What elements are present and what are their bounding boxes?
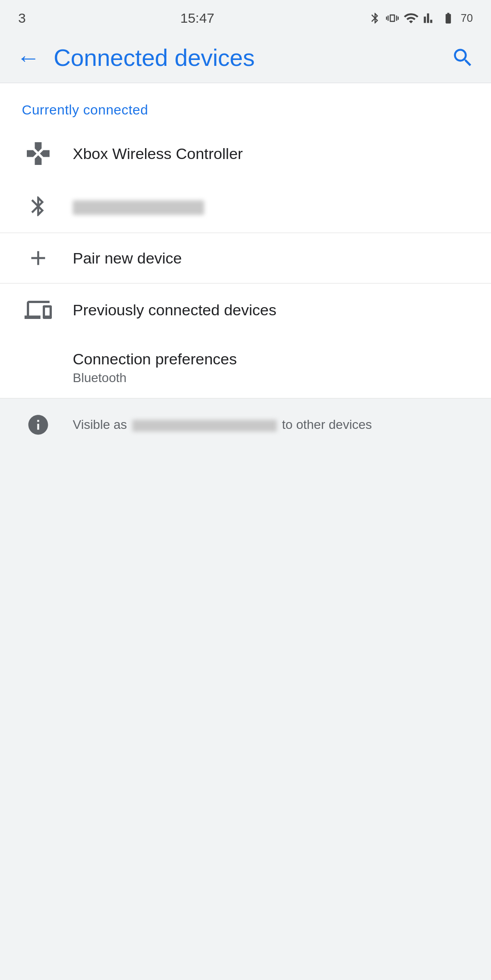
currently-connected-title: Currently connected <box>22 102 148 117</box>
xbox-controller-label: Xbox Wireless Controller <box>73 144 469 164</box>
plus-icon-container <box>22 246 55 270</box>
previously-connected-item[interactable]: Previously connected devices <box>0 284 491 336</box>
app-bar-left: ← Connected devices <box>16 44 255 71</box>
bluetooth-status-icon <box>369 10 381 26</box>
app-bar: ← Connected devices <box>0 33 491 83</box>
bluetooth-icon-container <box>22 193 55 220</box>
battery-status-icon <box>441 12 456 25</box>
pair-new-device-item[interactable]: Pair new device <box>0 233 491 283</box>
previously-connected-text: Previously connected devices <box>73 300 469 320</box>
previously-connected-label: Previously connected devices <box>73 300 469 320</box>
battery-percent: 70 <box>461 12 473 25</box>
connection-preferences-item[interactable]: Connection preferences Bluetooth <box>0 336 491 398</box>
search-button[interactable] <box>451 46 475 70</box>
vibrate-status-icon <box>386 10 399 26</box>
connection-preferences-sublabel: Bluetooth <box>73 371 469 385</box>
info-icon <box>26 413 50 437</box>
signal-status-icon <box>423 10 436 26</box>
info-icon-container <box>22 413 55 437</box>
visible-as-suffix: to other devices <box>279 418 372 432</box>
status-icons: 70 <box>369 10 473 26</box>
devices-icon-container <box>22 296 55 323</box>
connection-preferences-text: Connection preferences Bluetooth <box>73 349 469 385</box>
main-content: Currently connected Xbox Wireless Contro… <box>0 83 491 451</box>
wifi-status-icon <box>403 10 419 26</box>
pair-new-device-label: Pair new device <box>73 248 469 268</box>
device-name-blurred: ████████████████ <box>132 420 276 432</box>
status-bar: 3 15:47 70 <box>0 0 491 33</box>
visible-as-row: Visible as ████████████████ to other dev… <box>0 398 491 451</box>
search-icon <box>451 46 475 70</box>
pair-new-device-text: Pair new device <box>73 248 469 268</box>
gamepad-icon-container <box>22 140 55 167</box>
gamepad-icon <box>25 140 52 167</box>
status-time: 15:47 <box>180 10 214 26</box>
visible-as-prefix: Visible as <box>73 418 130 432</box>
bluetooth-device-label: ████████████ <box>73 196 469 216</box>
xbox-controller-item[interactable]: Xbox Wireless Controller <box>0 127 491 180</box>
status-left: 3 <box>18 10 26 26</box>
connection-preferences-label: Connection preferences <box>73 349 469 369</box>
bluetooth-device-item[interactable]: ████████████ <box>0 180 491 233</box>
bluetooth-device-text: ████████████ <box>73 196 469 216</box>
page-title: Connected devices <box>54 44 255 71</box>
visible-as-text: Visible as ████████████████ to other dev… <box>73 415 372 434</box>
xbox-controller-text: Xbox Wireless Controller <box>73 144 469 164</box>
bluetooth-icon <box>26 193 50 220</box>
plus-icon <box>26 246 50 270</box>
devices-icon <box>25 296 52 323</box>
back-button[interactable]: ← <box>16 46 40 70</box>
currently-connected-header: Currently connected <box>0 83 491 127</box>
